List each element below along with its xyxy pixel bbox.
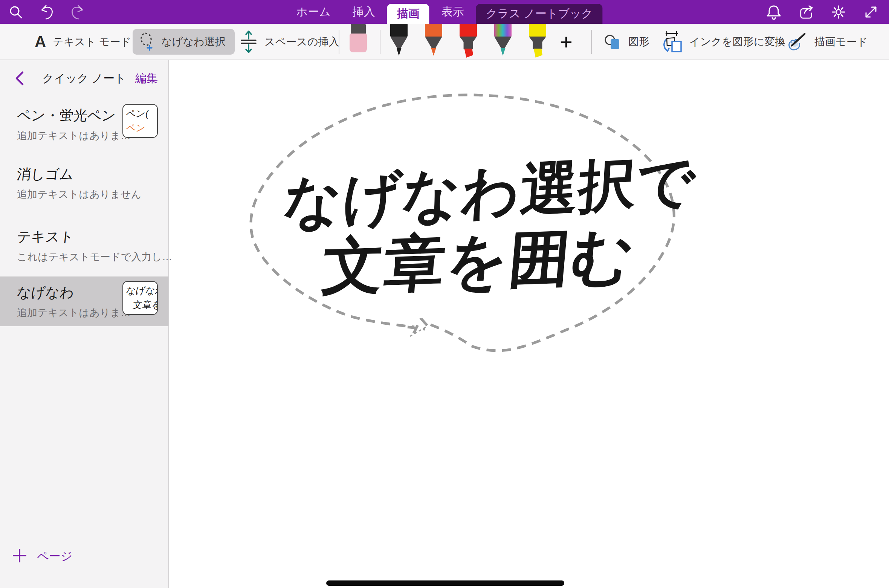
settings-icon[interactable] bbox=[831, 5, 846, 20]
insert-space-button[interactable]: スペースの挿入 bbox=[240, 30, 339, 54]
undo-icon[interactable] bbox=[39, 5, 54, 20]
note-subtitle: 追加テキストはありま… bbox=[17, 129, 116, 142]
note-thumbnail: なげなわ 文章を bbox=[122, 281, 158, 315]
pen-tray bbox=[390, 24, 546, 58]
tab-draw[interactable]: 描画 bbox=[387, 4, 429, 24]
note-item-text[interactable]: テキスト これはテキストモードで入力し… bbox=[0, 221, 168, 270]
ink-to-shape-label: インクを図形に変換 bbox=[689, 35, 785, 49]
home-indicator[interactable] bbox=[326, 580, 564, 586]
note-title: なげなわ bbox=[16, 283, 116, 302]
orange-pen[interactable] bbox=[425, 24, 442, 56]
note-item-pen-highlighter[interactable]: ペン・蛍光ペン 追加テキストはありま… ペン( ペン bbox=[0, 99, 168, 149]
note-title: 消しゴム bbox=[16, 165, 116, 184]
yellow-highlighter[interactable] bbox=[529, 24, 546, 58]
add-icon bbox=[12, 548, 27, 565]
search-icon[interactable] bbox=[8, 5, 23, 20]
share-icon[interactable] bbox=[799, 5, 814, 20]
page-list-sidebar: クイック ノート 編集 ペン・蛍光ペン 追加テキストはありま… ペン( ペン 消… bbox=[0, 60, 169, 588]
text-mode-icon: A bbox=[35, 33, 46, 51]
note-item-lasso[interactable]: なげなわ 追加テキストはありま… なげなわ 文章を bbox=[0, 276, 168, 326]
lasso-icon bbox=[138, 32, 156, 52]
text-mode-button[interactable]: A テキスト モード bbox=[35, 33, 131, 51]
text-mode-label: テキスト モード bbox=[53, 35, 131, 49]
shapes-icon bbox=[603, 33, 622, 50]
draw-toolbar: A テキスト モード なげなわ選択 スペースの挿入 bbox=[0, 24, 889, 60]
redo-icon[interactable] bbox=[70, 5, 85, 20]
ink-to-shape-button[interactable]: インクを図形に変換 bbox=[662, 31, 785, 53]
draw-mode-icon bbox=[787, 31, 808, 52]
draw-mode-label: 描画モード bbox=[814, 35, 868, 49]
top-bar-left-icons bbox=[8, 0, 85, 24]
toolbar-divider bbox=[380, 30, 380, 54]
page-list: ペン・蛍光ペン 追加テキストはありま… ペン( ペン 消しゴム 追加テキストはあ… bbox=[0, 99, 168, 326]
add-pen-button[interactable]: + bbox=[560, 31, 573, 53]
top-app-bar: ホーム 挿入 描画 表示 クラス ノートブック bbox=[0, 0, 889, 24]
fullscreen-icon[interactable] bbox=[863, 5, 878, 20]
tab-class-notebook[interactable]: クラス ノートブック bbox=[476, 4, 603, 24]
note-title: ペン・蛍光ペン bbox=[16, 106, 116, 125]
ribbon-tabs: ホーム 挿入 描画 表示 クラス ノートブック bbox=[286, 0, 602, 24]
black-pen[interactable] bbox=[390, 24, 408, 56]
eraser-tool[interactable] bbox=[350, 24, 367, 52]
toolbar-divider bbox=[591, 30, 592, 54]
tab-home[interactable]: ホーム bbox=[286, 0, 340, 24]
lasso-select-label: なげなわ選択 bbox=[161, 35, 226, 49]
rainbow-pen[interactable] bbox=[494, 24, 512, 56]
notifications-icon[interactable] bbox=[766, 5, 781, 20]
insert-space-icon bbox=[240, 30, 258, 54]
note-subtitle: 追加テキストはありま… bbox=[17, 306, 116, 319]
tab-view[interactable]: 表示 bbox=[432, 0, 474, 24]
note-subtitle: これはテキストモードで入力し… bbox=[17, 250, 116, 264]
ink-to-shape-icon bbox=[662, 31, 683, 53]
sidebar-header: クイック ノート 編集 bbox=[0, 60, 168, 96]
note-thumbnail: ペン( ペン bbox=[122, 104, 158, 138]
shapes-button[interactable]: 図形 bbox=[603, 33, 649, 50]
add-page-label: ページ bbox=[37, 548, 72, 564]
tab-insert[interactable]: 挿入 bbox=[343, 0, 385, 24]
edit-button[interactable]: 編集 bbox=[135, 71, 158, 86]
toolbar-divider bbox=[339, 30, 339, 54]
insert-space-label: スペースの挿入 bbox=[264, 35, 339, 49]
handwritten-ink-line: 文章を囲む bbox=[319, 215, 638, 309]
red-highlighter[interactable] bbox=[460, 24, 477, 58]
add-page-button[interactable]: ページ bbox=[12, 548, 72, 565]
top-bar-right-icons bbox=[766, 0, 878, 24]
drawing-canvas[interactable] bbox=[170, 60, 889, 588]
note-item-eraser[interactable]: 消しゴム 追加テキストはありません bbox=[0, 158, 168, 208]
back-chevron-icon[interactable] bbox=[13, 70, 26, 87]
lasso-select-button[interactable]: なげなわ選択 bbox=[133, 29, 235, 55]
note-title: テキスト bbox=[16, 228, 116, 246]
shapes-label: 図形 bbox=[628, 35, 649, 49]
note-subtitle: 追加テキストはありません bbox=[17, 188, 116, 201]
draw-mode-button[interactable]: 描画モード bbox=[787, 31, 868, 52]
